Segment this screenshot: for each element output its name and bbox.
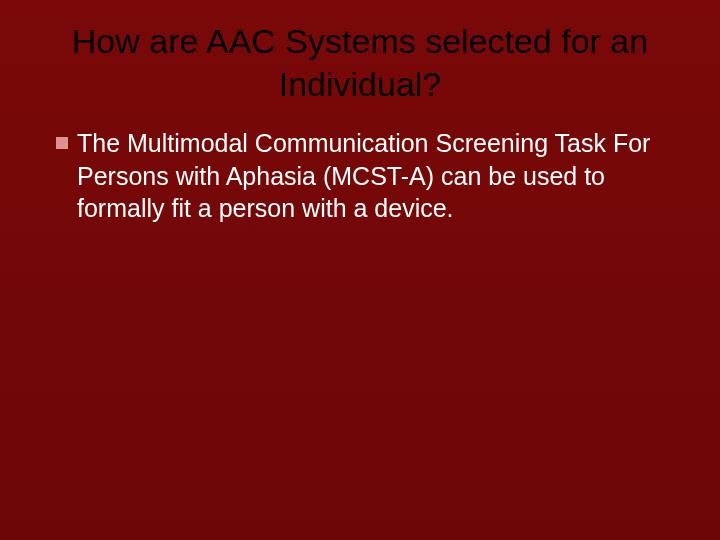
bullet-item: The Multimodal Communication Screening T… (50, 127, 670, 225)
square-bullet-icon (56, 137, 68, 149)
bullet-text: The Multimodal Communication Screening T… (77, 127, 670, 225)
slide-title: How are AAC Systems selected for an Indi… (50, 20, 670, 105)
slide-container: How are AAC Systems selected for an Indi… (0, 0, 720, 540)
